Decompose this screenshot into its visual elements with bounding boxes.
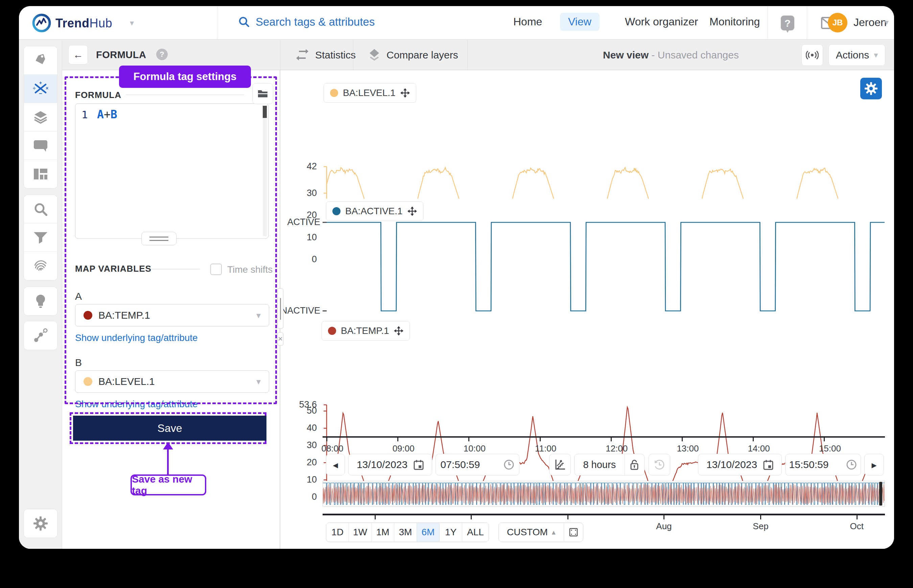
sidebar-item-tags[interactable]	[24, 46, 57, 75]
show-underlying-link-b[interactable]: Show underlying tag/attribute	[75, 399, 198, 410]
fit-view-button[interactable]	[564, 523, 583, 542]
editor-scrollbar-thumb[interactable]	[263, 106, 267, 118]
nav-view[interactable]: View	[560, 13, 599, 31]
editor-resize-handle[interactable]	[141, 232, 176, 246]
fingerprint-icon	[33, 258, 49, 274]
lightbulb-icon	[34, 294, 47, 309]
sidebar-item-settings[interactable]	[24, 509, 57, 538]
overview-axis	[322, 514, 885, 515]
x-tick-label-13:00: 13:00	[673, 443, 703, 454]
move-icon[interactable]	[408, 207, 417, 216]
sidebar-item-relations[interactable]	[24, 321, 57, 350]
zoom-preset-6m[interactable]: 6M	[417, 523, 440, 542]
temp-ytick-40: 40	[287, 423, 317, 433]
overview-strip[interactable]	[322, 481, 885, 507]
panel-resize-grip[interactable]	[277, 288, 283, 329]
nav-home[interactable]: Home	[513, 16, 542, 28]
statistics-icon	[296, 49, 309, 61]
trendhub-logo-icon[interactable]	[32, 13, 52, 33]
end-time-field[interactable]: 15:50:59	[785, 454, 861, 475]
nav-work-organizer[interactable]: Work organizer	[625, 16, 698, 28]
lock-duration-button[interactable]	[625, 454, 644, 475]
nav-monitoring[interactable]: Monitoring	[709, 16, 760, 28]
zoom-preset-all[interactable]: ALL	[462, 523, 489, 542]
start-date-field[interactable]: 13/10/2023	[348, 454, 432, 475]
time-shifts-checkbox[interactable]	[210, 263, 222, 275]
help-icon[interactable]: ?	[779, 14, 796, 33]
pan-right-button[interactable]: ▸	[864, 454, 884, 475]
reset-time-button[interactable]	[649, 454, 670, 475]
search-input[interactable]: Search tags & attributes	[238, 16, 375, 28]
user-name[interactable]: Jeroen	[853, 16, 887, 29]
move-icon[interactable]	[400, 88, 410, 98]
user-chevron-down-icon[interactable]: ▾	[885, 18, 889, 27]
zoom-preset-3m[interactable]: 3M	[394, 523, 417, 542]
panel-title: FORMULA	[96, 49, 146, 60]
pan-left-button[interactable]: ◂	[326, 454, 345, 475]
show-underlying-link-a[interactable]: Show underlying tag/attribute	[75, 333, 198, 343]
var-b-dropdown[interactable]: BA:LEVEL.1 ▾	[75, 370, 269, 393]
level-chart[interactable]	[322, 101, 887, 199]
month-label-Oct: Oct	[842, 521, 872, 531]
legend-temp-label: BA:TEMP.1	[341, 325, 389, 336]
gear-icon	[33, 516, 48, 531]
sidebar-item-comments[interactable]	[24, 131, 57, 160]
editor-scrollbar-track[interactable]	[263, 106, 267, 236]
temp-ytick-20: 20	[287, 457, 317, 468]
legend-active[interactable]: BA:ACTIVE.1	[326, 201, 423, 221]
active-chart[interactable]	[322, 219, 887, 317]
end-date-field[interactable]: 13/10/2023	[698, 454, 782, 475]
sidebar-item-search[interactable]	[24, 195, 57, 223]
panel-collapse-button[interactable]: ✕	[277, 332, 283, 346]
statistics-button[interactable]: Statistics	[296, 40, 356, 70]
broadcast-button[interactable]	[801, 44, 823, 66]
custom-range-button[interactable]: CUSTOM ▴	[499, 523, 564, 542]
chart-settings-button[interactable]	[860, 78, 882, 99]
move-icon[interactable]	[394, 326, 403, 336]
svg-text:+: +	[39, 81, 42, 86]
step-chart-icon	[554, 459, 566, 470]
legend-level-label: BA:LEVEL.1	[343, 87, 396, 99]
start-time-field[interactable]: 07:50:59	[435, 454, 520, 475]
var-b-color-dot	[84, 377, 92, 386]
sidebar-item-layers[interactable]	[24, 103, 57, 131]
comment-icon	[33, 139, 48, 152]
avatar[interactable]: JB	[828, 13, 847, 32]
formula-help-icon[interactable]: ?	[156, 48, 168, 60]
level-ytick-0: 0	[287, 254, 317, 265]
brand-chevron-down-icon[interactable]: ▾	[130, 18, 134, 28]
sidebar-item-fingerprint[interactable]	[24, 252, 57, 280]
zoom-preset-1d[interactable]: 1D	[326, 523, 349, 542]
x-tick	[753, 438, 754, 441]
temp-ytick-10: 10	[287, 475, 317, 485]
search-placeholder: Search tags & attributes	[256, 16, 375, 28]
load-formula-button[interactable]	[252, 83, 273, 104]
sidebar-item-filter[interactable]	[24, 223, 57, 252]
var-a-dropdown[interactable]: BA:TEMP.1 ▾	[75, 304, 269, 326]
level-ytick-42: 42	[287, 161, 317, 172]
zoom-preset-1y[interactable]: 1Y	[440, 523, 462, 542]
sidebar-item-layout[interactable]	[24, 160, 57, 188]
var-a-color-dot	[84, 311, 92, 320]
sidebar-item-formula[interactable]: + ÷ × −	[24, 75, 57, 103]
formula-editor[interactable]: 1 A+B	[75, 103, 269, 239]
back-button[interactable]: ←	[68, 45, 88, 65]
chart-type-button[interactable]	[549, 454, 571, 475]
temp-chart[interactable]	[322, 339, 887, 501]
x-tick	[326, 438, 327, 441]
compare-layers-button[interactable]: Compare layers	[368, 40, 458, 70]
month-tick	[471, 515, 472, 519]
legend-active-dot	[332, 207, 340, 215]
zoom-preset-1w[interactable]: 1W	[349, 523, 372, 542]
legend-level[interactable]: BA:LEVEL.1	[324, 83, 416, 103]
zoom-preset-1m[interactable]: 1M	[372, 523, 394, 542]
save-button[interactable]: Save	[73, 416, 267, 441]
duration-button[interactable]: 8 hours	[575, 454, 625, 475]
top-bar: TrendHub ▾ Search tags & attributes Home…	[19, 6, 894, 40]
x-tick-label-09:00: 09:00	[388, 443, 419, 454]
sidebar-item-recommendations[interactable]	[24, 287, 57, 315]
x-tick-label-15:00: 15:00	[814, 443, 845, 454]
duration-group: 8 hours	[574, 454, 644, 475]
actions-button[interactable]: Actions ▾	[829, 44, 885, 66]
legend-temp[interactable]: BA:TEMP.1	[322, 321, 410, 341]
